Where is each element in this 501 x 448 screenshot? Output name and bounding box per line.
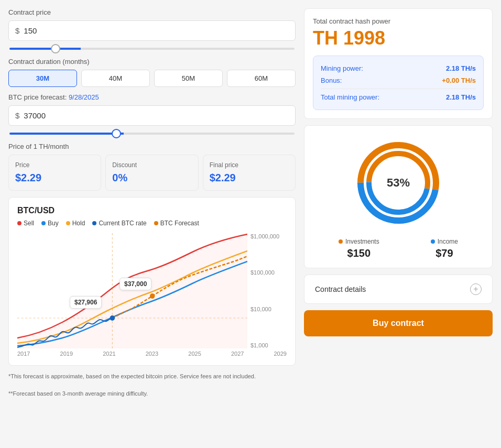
btc-forecast-label: BTC price forecast: 9/28/2025	[8, 93, 296, 101]
forecast-date: 9/28/2025	[69, 93, 99, 101]
hash-power-label: Total contract hash power	[313, 17, 484, 25]
y-label-10k: $10,000	[250, 306, 287, 312]
legend-sell-label: Sell	[24, 220, 34, 227]
mining-power-row: Mining power: 2.18 TH/s	[321, 62, 476, 74]
investments-dot	[339, 239, 343, 244]
income-value: $79	[431, 247, 458, 259]
current-btc-dot	[92, 221, 96, 225]
duration-tab-40m[interactable]: 40M	[81, 70, 150, 87]
y-label-100k: $100,000	[250, 269, 287, 276]
plus-icon[interactable]: +	[470, 283, 482, 295]
total-mining-row: Total mining power: 2.18 TH/s	[321, 91, 476, 103]
mining-power-label: Mining power:	[321, 64, 363, 72]
price-card: Price $2.29	[8, 155, 101, 191]
contract-price-section: Contract price $ 150	[8, 8, 296, 51]
income-legend: Income	[431, 238, 458, 245]
duration-tab-50m[interactable]: 50M	[154, 70, 223, 87]
contract-price-label: Contract price	[8, 8, 296, 16]
contract-details-label: Contract details	[315, 285, 366, 293]
contract-details-row[interactable]: Contract details +	[313, 277, 484, 301]
sell-dot	[17, 221, 21, 225]
duration-tab-60m[interactable]: 60M	[227, 70, 296, 87]
legend-btc-forecast: BTC Forecast	[154, 220, 199, 227]
legend-sell: Sell	[17, 220, 34, 227]
donut-card: 53% Investments $150 Income $79	[304, 125, 493, 268]
btc-forecast-section: BTC price forecast: 9/28/2025 $ 37000	[8, 93, 296, 136]
legend-hold: Hold	[66, 220, 85, 227]
chart-area: $27,906 $37,000	[17, 233, 247, 348]
legend-current-btc-label: Current BTC rate	[99, 220, 146, 227]
svg-point-2	[110, 315, 115, 321]
contract-duration-section: Contract duration (months) 30M 40M 50M 6…	[8, 58, 296, 87]
x-label-2027: 2027	[231, 351, 244, 357]
svg-point-3	[150, 293, 155, 299]
btc-price-slider-container	[8, 128, 296, 136]
price-card-value: $2.29	[15, 172, 94, 184]
contract-duration-label: Contract duration (months)	[8, 58, 296, 65]
final-price-card: Final price $2.29	[203, 155, 296, 191]
th-price-label: Price of 1 TH/month	[8, 143, 296, 150]
chart-wrapper: $27,906 $37,000 $1,000,000 $100,000 $10,…	[17, 233, 287, 348]
tooltip-current-btc: $27,906	[70, 296, 102, 309]
duration-tabs: 30M 40M 50M 60M	[8, 70, 296, 87]
chart-title: BTC/USD	[17, 206, 287, 215]
legend-btc-forecast-label: BTC Forecast	[160, 220, 199, 227]
price-cards: Price $2.29 Discount 0% Final price $2.2…	[8, 155, 296, 191]
x-label-2021: 2021	[103, 351, 115, 357]
buy-contract-button[interactable]: Buy contract	[304, 310, 493, 336]
legend-buy-label: Buy	[48, 220, 59, 227]
right-panel: Total contract hash power TH 1998 Mining…	[304, 8, 493, 398]
legend-buy: Buy	[41, 220, 59, 227]
main-layout: Contract price $ 150 Contract duration (…	[8, 8, 493, 398]
btc-price-slider[interactable]	[9, 133, 295, 135]
x-label-2029: 2029	[274, 351, 286, 357]
investment-row: Investments $150 Income $79	[313, 238, 484, 259]
chart-legend: Sell Buy Hold Current BTC rate BTC Forec…	[17, 220, 287, 227]
btc-price-currency: $	[15, 111, 19, 120]
bonus-value: +0.00 TH/s	[442, 77, 476, 84]
chart-card: BTC/USD Sell Buy Hold Current BTC rate	[8, 197, 296, 366]
btc-price-input-box: $ 37000	[8, 105, 296, 126]
investments-value: $150	[339, 247, 379, 259]
total-mining-value: 2.18 TH/s	[446, 93, 476, 101]
contract-price-currency: $	[15, 26, 19, 35]
legend-current-btc: Current BTC rate	[92, 220, 146, 227]
chart-svg	[17, 233, 247, 348]
th-price-section: Price of 1 TH/month Price $2.29 Discount…	[8, 143, 296, 191]
buy-dot	[41, 221, 46, 225]
income-dot	[431, 239, 435, 244]
mining-power-value: 2.18 TH/s	[446, 64, 476, 72]
total-mining-label: Total mining power:	[321, 93, 379, 101]
donut-percent: 53%	[387, 176, 410, 190]
footnotes: *This forecast is approximate, based on …	[8, 372, 296, 398]
y-label-1k: $1,000	[250, 342, 287, 348]
contract-price-slider[interactable]	[9, 48, 295, 50]
duration-tab-30m[interactable]: 30M	[8, 70, 77, 87]
investments-label: Investments	[345, 238, 379, 245]
tooltip-forecast-btc: $37,000	[119, 278, 151, 290]
discount-card-value: 0%	[112, 172, 191, 184]
x-axis-labels: 2017 2019 2021 2023 2025 2027 2029	[17, 351, 287, 357]
final-price-card-label: Final price	[210, 161, 289, 169]
hash-power-card: Total contract hash power TH 1998 Mining…	[304, 8, 493, 119]
price-card-label: Price	[15, 161, 94, 169]
contract-price-input-box: $ 150	[8, 20, 296, 41]
income-label: Income	[438, 238, 458, 245]
y-label-1m: $1,000,000	[250, 233, 287, 239]
contract-price-slider-container	[8, 43, 296, 51]
donut-container: 53%	[354, 138, 443, 227]
x-label-2025: 2025	[188, 351, 201, 357]
investments-legend: Investments	[339, 238, 379, 245]
final-price-card-value: $2.29	[210, 172, 289, 184]
discount-card-label: Discount	[112, 161, 191, 169]
contract-price-value: 150	[24, 26, 37, 35]
bonus-label: Bonus:	[321, 77, 342, 84]
y-axis-labels: $1,000,000 $100,000 $10,000 $1,000	[247, 233, 287, 348]
btc-forecast-dot	[154, 221, 158, 225]
x-label-2023: 2023	[146, 351, 158, 357]
income-item: Income $79	[431, 238, 458, 259]
btc-price-value: 37000	[24, 111, 46, 120]
contract-details-card: Contract details +	[304, 275, 493, 304]
hold-dot	[66, 221, 70, 225]
footnote-2: **Forecast based on 3-month average mini…	[8, 389, 296, 398]
